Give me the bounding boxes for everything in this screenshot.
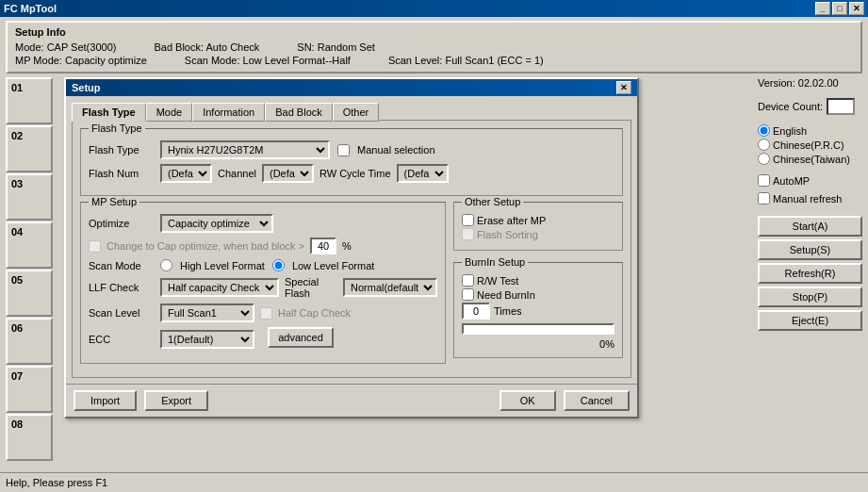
scan-level-select[interactable]: Full Scan1 [160, 303, 254, 322]
setup-info-row-1: Mode: CAP Set(3000) Bad Block: Auto Chec… [15, 41, 853, 53]
language-english-row: English [758, 124, 862, 137]
cap-optimize-row: Change to Cap optimize, when bad block >… [89, 238, 437, 254]
ecc-label: ECC [89, 334, 155, 345]
high-level-label: High Level Format [180, 260, 265, 271]
dialog-close-button[interactable]: ✕ [616, 81, 631, 94]
auto-mp-checkbox[interactable] [758, 174, 770, 187]
optimize-row: Optimize Capacity optimize [89, 214, 437, 233]
setup-info-title: Setup Info [15, 26, 853, 38]
close-button[interactable]: ✕ [849, 2, 864, 15]
optimize-label: Optimize [89, 218, 155, 229]
tab-information[interactable]: Information [192, 103, 265, 122]
setup-button[interactable]: Setup(S) [758, 239, 862, 260]
ecc-select[interactable]: 1(Default) [160, 330, 254, 349]
flash-type-label: Flash Type [89, 144, 155, 156]
scan-mode-radios: High Level Format Low Level Format [160, 259, 374, 271]
advanced-button[interactable]: advanced [268, 327, 334, 348]
flash-num-select[interactable]: (Default) [160, 164, 212, 183]
ecc-row: ECC 1(Default) advanced [89, 327, 437, 351]
content-area: 01 02 03 04 05 06 07 08 Setup ✕ Flash Ty… [6, 77, 862, 472]
cancel-button[interactable]: Cancel [564, 390, 630, 411]
rw-cycle-label: RW Cycle Time [319, 168, 391, 179]
tab-bad-block[interactable]: Bad Block [265, 103, 333, 122]
stop-button[interactable]: Stop(P) [758, 287, 862, 307]
tab-bar: Flash Type Mode Information Bad Block Ot… [72, 102, 631, 121]
other-setup-label: Other Setup [462, 196, 523, 207]
cap-optimize-text: Change to Cap optimize, when bad block > [106, 240, 304, 252]
scan-level-row: Scan Level Full Scan1 Half Cap Check [89, 303, 437, 322]
scan-mode-text: Scan Mode: Low Level Format--Half [185, 55, 351, 66]
english-radio[interactable] [758, 124, 770, 137]
channel-select[interactable]: (Default) [262, 164, 314, 183]
right-panel: Version: 02.02.00 Device Count: 0 Englis… [754, 77, 862, 472]
device-count-label: Device Count: [758, 101, 823, 112]
setup-dialog: Setup ✕ Flash Type Mode Information Bad … [64, 77, 639, 418]
times-label: Times [494, 305, 522, 317]
dialog-title-bar: Setup ✕ [66, 79, 637, 96]
dialog-title-text: Setup [72, 82, 101, 93]
flash-num-row: Flash Num (Default) Channel (Default) RW… [89, 164, 614, 183]
tab-flash-type[interactable]: Flash Type [72, 103, 146, 122]
device-count-input[interactable]: 0 [827, 98, 855, 115]
title-bar: FC MpTool _ □ ✕ [0, 0, 868, 17]
half-cap-check-checkbox [260, 307, 272, 320]
flash-sorting-label: Flash Sorting [477, 229, 538, 240]
version-text: Version: 02.02.00 [758, 77, 862, 89]
rw-cycle-select[interactable]: (Default) [397, 164, 449, 183]
eject-button[interactable]: Eject(E) [758, 310, 862, 331]
mp-setup-group: MP Setup Optimize Capacity optimize [80, 202, 446, 364]
tab-mode[interactable]: Mode [146, 103, 193, 122]
mode-text: Mode: CAP Set(3000) [15, 41, 116, 53]
port-list: 01 02 03 04 05 06 07 08 [6, 77, 53, 472]
ok-button[interactable]: OK [500, 390, 556, 411]
title-bar-buttons: _ □ ✕ [815, 2, 864, 15]
tab-other[interactable]: Other [333, 103, 380, 122]
special-flash-label: Special Flash [285, 276, 337, 299]
dialog-body: Flash Type Mode Information Bad Block Ot… [66, 96, 637, 384]
language-chinese-taiwan-row: Chinese(Taiwan) [758, 153, 862, 165]
port-02: 02 [6, 125, 53, 172]
other-setup-group: Other Setup Erase after MP Flash Sorting [453, 202, 623, 251]
main-area: Setup ✕ Flash Type Mode Information Bad … [57, 77, 750, 472]
manual-selection-label: Manual selection [357, 144, 435, 156]
rw-test-checkbox[interactable] [462, 274, 474, 287]
start-button[interactable]: Start(A) [758, 216, 862, 237]
bottom-bar: Help, Please press F1 [0, 472, 868, 492]
times-input[interactable]: 0 [462, 303, 490, 320]
high-level-radio[interactable] [160, 259, 172, 271]
port-06: 06 [6, 318, 53, 365]
chinese-prc-radio[interactable] [758, 139, 770, 151]
flash-num-label: Flash Num [89, 168, 155, 179]
export-button[interactable]: Export [144, 390, 208, 411]
refresh-button[interactable]: Refresh(R) [758, 263, 862, 284]
minimize-button[interactable]: _ [815, 2, 830, 15]
llf-check-row: LLF Check Half capacity Check Special Fl… [89, 276, 437, 299]
port-04: 04 [6, 221, 53, 269]
flash-sorting-checkbox [462, 228, 474, 240]
chinese-taiwan-radio[interactable] [758, 153, 770, 165]
flash-sorting-row: Flash Sorting [462, 228, 614, 240]
erase-after-mp-checkbox[interactable] [462, 214, 474, 226]
need-burnin-row: Need BurnIn [462, 288, 614, 301]
language-group: English Chinese(P.R.C) Chinese(Taiwan) [758, 124, 862, 165]
optimize-select[interactable]: Capacity optimize [160, 214, 273, 233]
need-burnin-checkbox[interactable] [462, 288, 474, 301]
dialog-footer: Import Export OK Cancel [66, 384, 637, 417]
manual-refresh-checkbox[interactable] [758, 192, 770, 205]
flash-type-select[interactable]: Hynix H27U2G8T2M [160, 140, 330, 159]
app-title: FC MpTool [4, 3, 57, 14]
maximize-button[interactable]: □ [832, 2, 847, 15]
special-flash-select[interactable]: Normal(default) [343, 278, 437, 297]
import-button[interactable]: Import [74, 390, 137, 411]
llf-check-label: LLF Check [89, 282, 155, 293]
english-label: English [773, 125, 807, 137]
chinese-taiwan-label: Chinese(Taiwan) [773, 154, 850, 165]
low-level-radio[interactable] [272, 259, 285, 271]
rw-test-row: R/W Test [462, 274, 614, 287]
manual-refresh-row: Manual refresh [758, 192, 862, 205]
llf-check-select[interactable]: Half capacity Check [160, 278, 279, 297]
manual-selection-checkbox[interactable] [337, 144, 350, 156]
scan-level-text: Scan Level: Full Scan1 (ECC = 1) [388, 55, 544, 66]
flash-type-group: Flash Type Flash Type Hynix H27U2G8T2M M… [80, 128, 623, 196]
mp-setup-label: MP Setup [89, 196, 139, 207]
